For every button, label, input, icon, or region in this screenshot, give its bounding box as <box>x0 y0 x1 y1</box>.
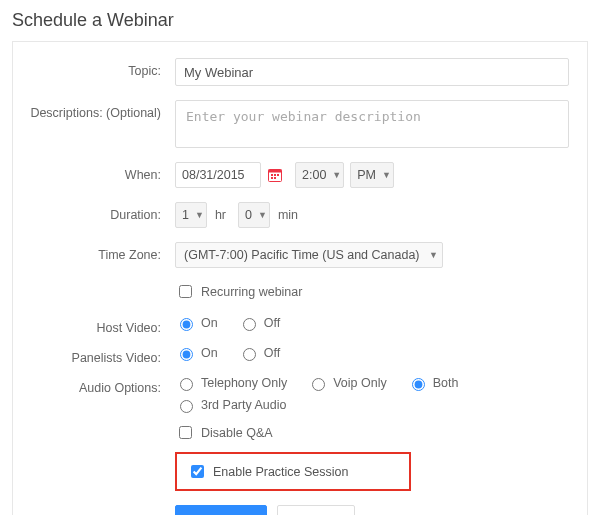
panelists-video-off-radio[interactable] <box>243 348 256 361</box>
host-video-label: Host Video: <box>25 315 175 335</box>
date-input[interactable] <box>175 162 261 188</box>
disable-qa-checkbox[interactable] <box>179 426 192 439</box>
host-video-on-radio[interactable] <box>180 318 193 331</box>
panelists-video-off[interactable]: Off <box>238 345 280 361</box>
audio-both-radio[interactable] <box>412 378 425 391</box>
duration-minutes-value: 0 <box>245 208 252 222</box>
hr-unit: hr <box>215 208 226 222</box>
on-label: On <box>201 316 218 330</box>
timezone-label: Time Zone: <box>25 242 175 262</box>
panelists-video-on-radio[interactable] <box>180 348 193 361</box>
svg-rect-2 <box>271 174 273 176</box>
enable-practice-highlight: Enable Practice Session <box>175 452 411 491</box>
chevron-down-icon: ▼ <box>332 170 341 180</box>
time-select[interactable]: 2:00 ▼ <box>295 162 344 188</box>
panelists-video-on[interactable]: On <box>175 345 218 361</box>
chevron-down-icon: ▼ <box>258 210 267 220</box>
duration-minutes-select[interactable]: 0 ▼ <box>238 202 270 228</box>
audio-options-label: Audio Options: <box>25 375 175 395</box>
svg-rect-4 <box>277 174 279 176</box>
min-unit: min <box>278 208 298 222</box>
cancel-button[interactable]: Cancel <box>277 505 355 515</box>
audio-third-party[interactable]: 3rd Party Audio <box>175 397 286 413</box>
audio-telephony-radio[interactable] <box>180 378 193 391</box>
off-label: Off <box>264 346 280 360</box>
timezone-value: (GMT-7:00) Pacific Time (US and Canada) <box>184 248 420 262</box>
enable-practice-label: Enable Practice Session <box>213 465 349 479</box>
enable-practice-checkbox[interactable] <box>191 465 204 478</box>
svg-rect-1 <box>269 170 282 173</box>
disable-qa-label: Disable Q&A <box>201 426 273 440</box>
chevron-down-icon: ▼ <box>195 210 204 220</box>
topic-input[interactable] <box>175 58 569 86</box>
audio-telephony[interactable]: Telephony Only <box>175 375 287 391</box>
schedule-button[interactable]: Schedule <box>175 505 267 515</box>
topic-label: Topic: <box>25 58 175 78</box>
host-video-off-radio[interactable] <box>243 318 256 331</box>
form-panel: Topic: Descriptions: (Optional) When: <box>12 41 588 515</box>
time-value: 2:00 <box>302 168 326 182</box>
chevron-down-icon: ▼ <box>382 170 391 180</box>
svg-rect-6 <box>274 177 276 179</box>
on-label: On <box>201 346 218 360</box>
off-label: Off <box>264 316 280 330</box>
duration-label: Duration: <box>25 202 175 222</box>
audio-telephony-label: Telephony Only <box>201 376 287 390</box>
chevron-down-icon: ▼ <box>429 250 438 260</box>
svg-rect-5 <box>271 177 273 179</box>
duration-hours-select[interactable]: 1 ▼ <box>175 202 207 228</box>
audio-voip[interactable]: Voip Only <box>307 375 387 391</box>
audio-both[interactable]: Both <box>407 375 459 391</box>
audio-third-party-label: 3rd Party Audio <box>201 398 286 412</box>
audio-third-party-radio[interactable] <box>180 400 193 413</box>
descriptions-label: Descriptions: (Optional) <box>25 100 175 120</box>
page-title: Schedule a Webinar <box>12 10 588 31</box>
audio-voip-radio[interactable] <box>312 378 325 391</box>
audio-both-label: Both <box>433 376 459 390</box>
panelists-video-label: Panelists Video: <box>25 345 175 365</box>
host-video-on[interactable]: On <box>175 315 218 331</box>
timezone-select[interactable]: (GMT-7:00) Pacific Time (US and Canada) … <box>175 242 443 268</box>
recurring-label: Recurring webinar <box>201 285 302 299</box>
meridiem-value: PM <box>357 168 376 182</box>
svg-rect-3 <box>274 174 276 176</box>
meridiem-select[interactable]: PM ▼ <box>350 162 394 188</box>
duration-hours-value: 1 <box>182 208 189 222</box>
host-video-off[interactable]: Off <box>238 315 280 331</box>
audio-voip-label: Voip Only <box>333 376 387 390</box>
when-label: When: <box>25 162 175 182</box>
description-input[interactable] <box>175 100 569 148</box>
calendar-icon[interactable] <box>265 165 285 185</box>
recurring-checkbox[interactable] <box>179 285 192 298</box>
